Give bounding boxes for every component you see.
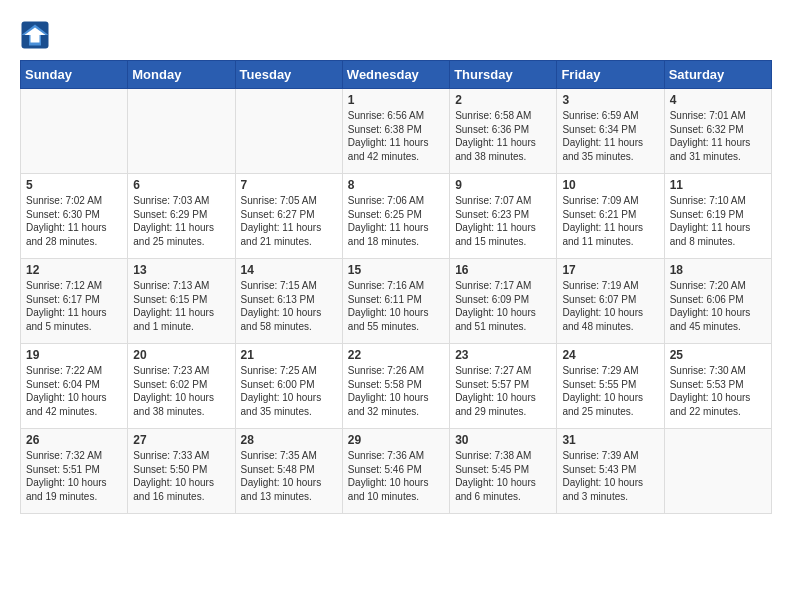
day-number: 4 (670, 93, 766, 107)
day-info: Sunrise: 7:19 AM Sunset: 6:07 PM Dayligh… (562, 279, 658, 333)
calendar-cell: 25Sunrise: 7:30 AM Sunset: 5:53 PM Dayli… (664, 344, 771, 429)
calendar-cell: 27Sunrise: 7:33 AM Sunset: 5:50 PM Dayli… (128, 429, 235, 514)
calendar-cell: 18Sunrise: 7:20 AM Sunset: 6:06 PM Dayli… (664, 259, 771, 344)
calendar-cell: 23Sunrise: 7:27 AM Sunset: 5:57 PM Dayli… (450, 344, 557, 429)
logo (20, 20, 55, 50)
day-info: Sunrise: 7:32 AM Sunset: 5:51 PM Dayligh… (26, 449, 122, 503)
weekday-header-row: SundayMondayTuesdayWednesdayThursdayFrid… (21, 61, 772, 89)
week-row-2: 5Sunrise: 7:02 AM Sunset: 6:30 PM Daylig… (21, 174, 772, 259)
calendar-cell (235, 89, 342, 174)
day-info: Sunrise: 6:56 AM Sunset: 6:38 PM Dayligh… (348, 109, 444, 163)
day-number: 5 (26, 178, 122, 192)
calendar-cell: 16Sunrise: 7:17 AM Sunset: 6:09 PM Dayli… (450, 259, 557, 344)
calendar-cell: 30Sunrise: 7:38 AM Sunset: 5:45 PM Dayli… (450, 429, 557, 514)
day-number: 18 (670, 263, 766, 277)
calendar-cell: 3Sunrise: 6:59 AM Sunset: 6:34 PM Daylig… (557, 89, 664, 174)
day-number: 31 (562, 433, 658, 447)
calendar-cell: 13Sunrise: 7:13 AM Sunset: 6:15 PM Dayli… (128, 259, 235, 344)
day-number: 15 (348, 263, 444, 277)
day-info: Sunrise: 7:30 AM Sunset: 5:53 PM Dayligh… (670, 364, 766, 418)
day-info: Sunrise: 7:13 AM Sunset: 6:15 PM Dayligh… (133, 279, 229, 333)
calendar-cell: 26Sunrise: 7:32 AM Sunset: 5:51 PM Dayli… (21, 429, 128, 514)
calendar-cell (128, 89, 235, 174)
day-number: 27 (133, 433, 229, 447)
day-info: Sunrise: 7:09 AM Sunset: 6:21 PM Dayligh… (562, 194, 658, 248)
day-info: Sunrise: 7:06 AM Sunset: 6:25 PM Dayligh… (348, 194, 444, 248)
day-info: Sunrise: 7:29 AM Sunset: 5:55 PM Dayligh… (562, 364, 658, 418)
calendar-cell: 5Sunrise: 7:02 AM Sunset: 6:30 PM Daylig… (21, 174, 128, 259)
day-number: 3 (562, 93, 658, 107)
calendar-cell: 17Sunrise: 7:19 AM Sunset: 6:07 PM Dayli… (557, 259, 664, 344)
day-number: 6 (133, 178, 229, 192)
day-number: 2 (455, 93, 551, 107)
day-info: Sunrise: 7:35 AM Sunset: 5:48 PM Dayligh… (241, 449, 337, 503)
day-number: 21 (241, 348, 337, 362)
calendar-cell: 6Sunrise: 7:03 AM Sunset: 6:29 PM Daylig… (128, 174, 235, 259)
day-number: 26 (26, 433, 122, 447)
day-info: Sunrise: 7:22 AM Sunset: 6:04 PM Dayligh… (26, 364, 122, 418)
weekday-tuesday: Tuesday (235, 61, 342, 89)
calendar-table: SundayMondayTuesdayWednesdayThursdayFrid… (20, 60, 772, 514)
week-row-1: 1Sunrise: 6:56 AM Sunset: 6:38 PM Daylig… (21, 89, 772, 174)
day-info: Sunrise: 7:02 AM Sunset: 6:30 PM Dayligh… (26, 194, 122, 248)
day-number: 16 (455, 263, 551, 277)
week-row-4: 19Sunrise: 7:22 AM Sunset: 6:04 PM Dayli… (21, 344, 772, 429)
weekday-thursday: Thursday (450, 61, 557, 89)
day-info: Sunrise: 7:07 AM Sunset: 6:23 PM Dayligh… (455, 194, 551, 248)
day-info: Sunrise: 7:26 AM Sunset: 5:58 PM Dayligh… (348, 364, 444, 418)
day-info: Sunrise: 7:23 AM Sunset: 6:02 PM Dayligh… (133, 364, 229, 418)
calendar-cell: 12Sunrise: 7:12 AM Sunset: 6:17 PM Dayli… (21, 259, 128, 344)
day-number: 8 (348, 178, 444, 192)
day-number: 23 (455, 348, 551, 362)
weekday-sunday: Sunday (21, 61, 128, 89)
calendar-cell: 31Sunrise: 7:39 AM Sunset: 5:43 PM Dayli… (557, 429, 664, 514)
day-number: 17 (562, 263, 658, 277)
page: SundayMondayTuesdayWednesdayThursdayFrid… (0, 0, 792, 524)
day-number: 12 (26, 263, 122, 277)
day-number: 28 (241, 433, 337, 447)
calendar-cell: 19Sunrise: 7:22 AM Sunset: 6:04 PM Dayli… (21, 344, 128, 429)
calendar-cell: 11Sunrise: 7:10 AM Sunset: 6:19 PM Dayli… (664, 174, 771, 259)
day-number: 10 (562, 178, 658, 192)
day-number: 30 (455, 433, 551, 447)
day-info: Sunrise: 7:20 AM Sunset: 6:06 PM Dayligh… (670, 279, 766, 333)
weekday-friday: Friday (557, 61, 664, 89)
day-number: 29 (348, 433, 444, 447)
day-info: Sunrise: 7:17 AM Sunset: 6:09 PM Dayligh… (455, 279, 551, 333)
day-number: 11 (670, 178, 766, 192)
day-info: Sunrise: 7:03 AM Sunset: 6:29 PM Dayligh… (133, 194, 229, 248)
day-number: 1 (348, 93, 444, 107)
calendar-cell: 7Sunrise: 7:05 AM Sunset: 6:27 PM Daylig… (235, 174, 342, 259)
day-number: 14 (241, 263, 337, 277)
day-number: 25 (670, 348, 766, 362)
header (20, 20, 772, 50)
calendar-cell: 24Sunrise: 7:29 AM Sunset: 5:55 PM Dayli… (557, 344, 664, 429)
logo-icon (20, 20, 50, 50)
week-row-3: 12Sunrise: 7:12 AM Sunset: 6:17 PM Dayli… (21, 259, 772, 344)
day-info: Sunrise: 7:12 AM Sunset: 6:17 PM Dayligh… (26, 279, 122, 333)
day-number: 22 (348, 348, 444, 362)
day-info: Sunrise: 7:39 AM Sunset: 5:43 PM Dayligh… (562, 449, 658, 503)
day-info: Sunrise: 7:05 AM Sunset: 6:27 PM Dayligh… (241, 194, 337, 248)
day-info: Sunrise: 6:59 AM Sunset: 6:34 PM Dayligh… (562, 109, 658, 163)
calendar-cell (664, 429, 771, 514)
day-info: Sunrise: 7:15 AM Sunset: 6:13 PM Dayligh… (241, 279, 337, 333)
calendar-cell: 15Sunrise: 7:16 AM Sunset: 6:11 PM Dayli… (342, 259, 449, 344)
calendar-cell: 21Sunrise: 7:25 AM Sunset: 6:00 PM Dayli… (235, 344, 342, 429)
calendar-cell: 4Sunrise: 7:01 AM Sunset: 6:32 PM Daylig… (664, 89, 771, 174)
day-info: Sunrise: 6:58 AM Sunset: 6:36 PM Dayligh… (455, 109, 551, 163)
calendar-cell: 1Sunrise: 6:56 AM Sunset: 6:38 PM Daylig… (342, 89, 449, 174)
day-info: Sunrise: 7:01 AM Sunset: 6:32 PM Dayligh… (670, 109, 766, 163)
day-number: 20 (133, 348, 229, 362)
day-number: 13 (133, 263, 229, 277)
week-row-5: 26Sunrise: 7:32 AM Sunset: 5:51 PM Dayli… (21, 429, 772, 514)
day-info: Sunrise: 7:25 AM Sunset: 6:00 PM Dayligh… (241, 364, 337, 418)
calendar-cell: 2Sunrise: 6:58 AM Sunset: 6:36 PM Daylig… (450, 89, 557, 174)
day-number: 19 (26, 348, 122, 362)
day-number: 9 (455, 178, 551, 192)
calendar-cell: 29Sunrise: 7:36 AM Sunset: 5:46 PM Dayli… (342, 429, 449, 514)
weekday-saturday: Saturday (664, 61, 771, 89)
calendar-cell: 28Sunrise: 7:35 AM Sunset: 5:48 PM Dayli… (235, 429, 342, 514)
calendar-cell (21, 89, 128, 174)
day-info: Sunrise: 7:27 AM Sunset: 5:57 PM Dayligh… (455, 364, 551, 418)
